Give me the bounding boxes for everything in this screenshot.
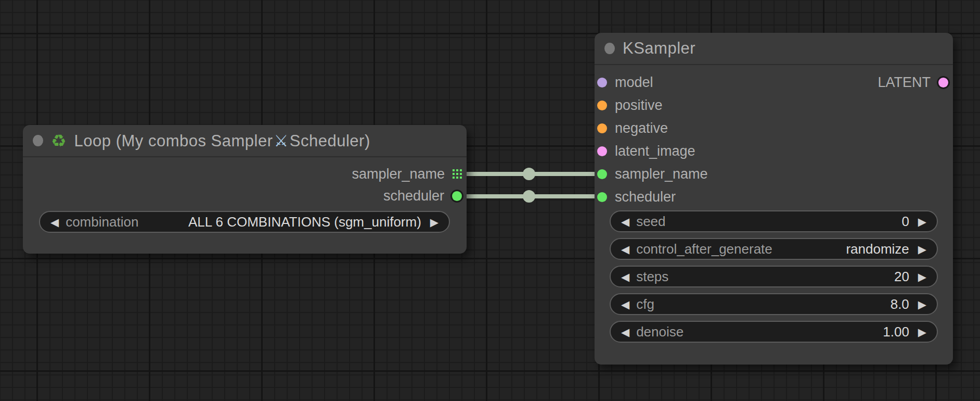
input-row-scheduler: scheduler (597, 186, 676, 208)
node-graph-canvas[interactable]: ♻ Loop (My combos Sampler⚔Scheduler) sam… (0, 0, 980, 401)
node-title-bar[interactable]: ♻ Loop (My combos Sampler⚔Scheduler) (23, 125, 467, 157)
input-label: positive (615, 97, 663, 114)
input-row-positive: positive (597, 94, 663, 116)
widget-label: combination (66, 214, 138, 230)
widget-label: steps (636, 269, 668, 285)
increment-arrow-icon[interactable]: ▶ (918, 244, 926, 255)
input-port-negative[interactable] (597, 123, 607, 133)
output-label: LATENT (878, 74, 931, 91)
output-port-scheduler[interactable] (452, 191, 462, 201)
widget-value: 0 (901, 214, 909, 230)
cfg-widget[interactable]: ◀ cfg 8.0 ▶ (610, 293, 938, 315)
decrement-arrow-icon[interactable]: ◀ (50, 217, 59, 228)
input-row-model: model (597, 71, 653, 93)
input-port-sampler-name[interactable] (597, 169, 607, 179)
widget-value: 1.00 (883, 324, 909, 340)
steps-widget[interactable]: ◀ steps 20 ▶ (610, 266, 938, 287)
input-row-sampler-name: sampler_name (597, 163, 708, 185)
combination-widget[interactable]: ◀ combination ALL 6 COMBINATIONS (sgm_un… (39, 211, 450, 233)
crossed-swords-icon: ⚔ (273, 132, 290, 150)
input-port-scheduler[interactable] (597, 192, 607, 202)
output-label: scheduler (383, 188, 444, 204)
input-label: negative (615, 120, 668, 136)
node-title-text-pre: Loop (My combos Sampler (74, 132, 273, 150)
increment-arrow-icon[interactable]: ▶ (918, 299, 926, 310)
input-port-positive[interactable] (597, 101, 607, 110)
input-label: model (615, 74, 653, 91)
input-label: latent_image (615, 143, 695, 159)
output-row-latent: LATENT (878, 71, 948, 93)
decrement-arrow-icon[interactable]: ◀ (621, 244, 629, 255)
input-row-latent-image: latent_image (597, 140, 695, 162)
widget-label: control_after_generate (636, 241, 772, 257)
widget-label: denoise (636, 324, 684, 340)
decrement-arrow-icon[interactable]: ◀ (621, 271, 629, 282)
widget-value: 20 (894, 269, 909, 285)
widget-value: 8.0 (891, 296, 909, 312)
output-row-scheduler: scheduler (383, 185, 462, 207)
widget-label: cfg (636, 296, 654, 312)
node-title-bar[interactable]: KSampler (595, 33, 953, 65)
seed-widget[interactable]: ◀ seed 0 ▶ (610, 210, 938, 232)
decrement-arrow-icon[interactable]: ◀ (621, 327, 629, 337)
node-loop-combos[interactable]: ♻ Loop (My combos Sampler⚔Scheduler) sam… (23, 125, 467, 254)
collapse-dot[interactable] (33, 135, 43, 146)
input-label: scheduler (615, 189, 676, 205)
control-after-generate-widget[interactable]: ◀ control_after_generate randomize ▶ (610, 238, 938, 260)
node-ksampler[interactable]: KSampler model positive negative latent_… (595, 33, 953, 365)
node-title-text-post: Scheduler) (290, 132, 370, 150)
node-title: Loop (My combos Sampler⚔Scheduler) (74, 131, 370, 151)
output-port-latent[interactable] (938, 78, 948, 87)
increment-arrow-icon[interactable]: ▶ (918, 327, 926, 337)
input-row-negative: negative (597, 117, 668, 139)
input-port-model[interactable] (597, 78, 607, 87)
decrement-arrow-icon[interactable]: ◀ (621, 216, 629, 227)
widget-label: seed (636, 214, 665, 230)
widget-value: ALL 6 COMBINATIONS (sgm_uniform) (188, 214, 421, 230)
node-title: KSampler (623, 39, 695, 58)
link-midpoint-dot-scheduler[interactable] (523, 190, 535, 203)
increment-arrow-icon[interactable]: ▶ (918, 271, 926, 282)
grid-output-slot-icon[interactable] (453, 169, 462, 179)
link-midpoint-dot-sampler-name[interactable] (523, 168, 535, 180)
input-port-latent-image[interactable] (597, 146, 607, 156)
widget-value: randomize (846, 241, 909, 257)
input-label: sampler_name (615, 166, 708, 182)
increment-arrow-icon[interactable]: ▶ (918, 216, 926, 227)
collapse-dot[interactable] (604, 43, 615, 54)
recycle-icon: ♻ (51, 132, 67, 149)
denoise-widget[interactable]: ◀ denoise 1.00 ▶ (610, 321, 938, 343)
output-row-sampler-name: sampler_name (352, 163, 462, 185)
output-label: sampler_name (352, 166, 445, 182)
increment-arrow-icon[interactable]: ▶ (430, 217, 439, 228)
decrement-arrow-icon[interactable]: ◀ (621, 299, 629, 310)
